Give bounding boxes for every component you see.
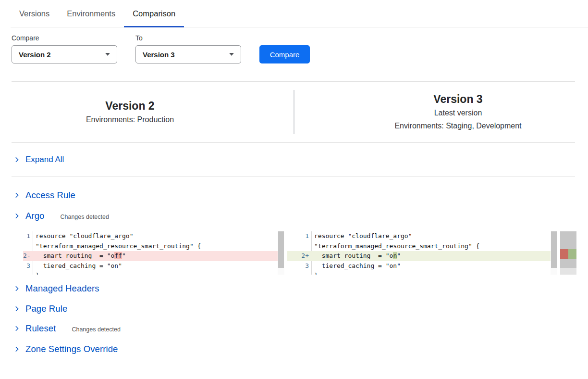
chevron-right-icon [13, 285, 20, 292]
compare-button[interactable]: Compare [259, 45, 310, 63]
left-version-title: Version 2 [0, 99, 260, 113]
chevron-right-icon [13, 192, 20, 199]
line-number: 2+ [287, 251, 311, 261]
minimap-removed-marker [560, 249, 568, 259]
comparison-page: Versions Environments Comparison Compare… [0, 0, 588, 379]
version-headers: Version 2 Environments: Production Versi… [0, 82, 588, 142]
diff-line: 1 resource "cloudflare_argo" [287, 231, 557, 241]
chevron-right-icon [13, 325, 20, 332]
line-number: 1 [287, 231, 311, 241]
line-number [287, 241, 311, 252]
chevron-right-icon [13, 305, 20, 312]
tab-bar: Versions Environments Comparison [11, 0, 588, 27]
left-version-header: Version 2 Environments: Production [0, 99, 294, 126]
changes-detected-badge: Changes detected [72, 325, 120, 333]
line-number: 1 [23, 231, 33, 241]
diff-left-panel: 1 resource "cloudflare_argo" "terraform_… [23, 231, 284, 275]
section-argo[interactable]: Argo Changes detected [13, 209, 588, 223]
diff-line-added: 2+ smart_routing = "on" [287, 251, 557, 261]
right-version-latest-label: Latest version [328, 106, 588, 119]
section-label: Argo [25, 211, 44, 221]
line-number: 3 [23, 261, 33, 271]
diff-line-removed: 2- smart_routing = "off" [23, 251, 284, 261]
right-version-environments: Environments: Staging, Development [328, 119, 588, 132]
diff-line: } [23, 271, 284, 275]
compare-from-value: Version 2 [19, 51, 51, 59]
compare-form: Compare Version 2 To Version 3 Compare [12, 34, 588, 63]
tab-versions[interactable]: Versions [11, 0, 58, 27]
diff-right-code: 1 resource "cloudflare_argo" "terraform_… [287, 231, 557, 275]
section-label: Page Rule [25, 303, 67, 314]
diff-right-panel: 1 resource "cloudflare_argo" "terraform_… [287, 231, 557, 275]
diff-left-scrollbar[interactable] [278, 231, 284, 275]
diff-minimap[interactable] [560, 231, 576, 275]
tab-environments[interactable]: Environments [58, 0, 124, 27]
scrollbar-thumb[interactable] [278, 231, 284, 268]
right-version-title: Version 3 [328, 92, 588, 106]
divider [12, 142, 575, 143]
section-ruleset[interactable]: Ruleset Changes detected [13, 321, 588, 336]
diff-line: 3 tiered_caching = "on" [23, 261, 284, 271]
compare-to-select[interactable]: Version 3 [135, 45, 241, 63]
argo-diff: 1 resource "cloudflare_argo" "terraform_… [23, 231, 588, 275]
section-zone-settings-override[interactable]: Zone Settings Override [13, 342, 588, 356]
section-label: Managed Headers [25, 283, 99, 294]
diff-line: "terraform_managed_resource_smart_routin… [23, 241, 284, 252]
expand-all-label: Expand All [25, 155, 64, 164]
left-version-environments: Environments: Production [0, 113, 260, 126]
section-access-rule[interactable]: Access Rule [13, 188, 588, 202]
line-number: 3 [287, 261, 311, 271]
minimap-track [560, 268, 576, 275]
section-label: Ruleset [25, 323, 56, 334]
diff-line: 1 resource "cloudflare_argo" [23, 231, 284, 241]
compare-from-select[interactable]: Version 2 [12, 45, 117, 63]
diff-right-scrollbar[interactable] [551, 231, 557, 275]
divider [12, 176, 575, 177]
expand-all-button[interactable]: Expand All [13, 151, 588, 168]
compare-from-label: Compare [12, 34, 117, 42]
line-number: 2- [23, 251, 33, 261]
diff-line: } [287, 271, 557, 275]
diff-line: "terraform_managed_resource_smart_routin… [287, 241, 557, 252]
compare-to-value: Version 3 [143, 51, 175, 59]
line-number [23, 241, 33, 252]
right-version-header: Version 3 Latest version Environments: S… [294, 92, 588, 132]
scrollbar-thumb[interactable] [551, 231, 557, 268]
section-managed-headers[interactable]: Managed Headers [13, 281, 588, 296]
section-label: Zone Settings Override [25, 344, 118, 354]
chevron-right-icon [13, 346, 20, 353]
diff-line: 3 tiered_caching = "on" [287, 261, 557, 271]
minimap-added-marker [568, 249, 576, 259]
chevron-down-icon [229, 53, 234, 56]
tab-comparison[interactable]: Comparison [124, 0, 184, 27]
chevron-right-icon [13, 156, 20, 163]
line-number [23, 271, 33, 275]
section-page-rule[interactable]: Page Rule [13, 302, 588, 316]
changes-detected-badge: Changes detected [60, 212, 109, 220]
chevron-down-icon [105, 53, 110, 56]
section-label: Access Rule [25, 190, 75, 201]
diff-left-code: 1 resource "cloudflare_argo" "terraform_… [23, 231, 284, 275]
line-number [287, 271, 311, 275]
compare-to-label: To [135, 34, 241, 42]
chevron-right-icon [13, 213, 20, 219]
